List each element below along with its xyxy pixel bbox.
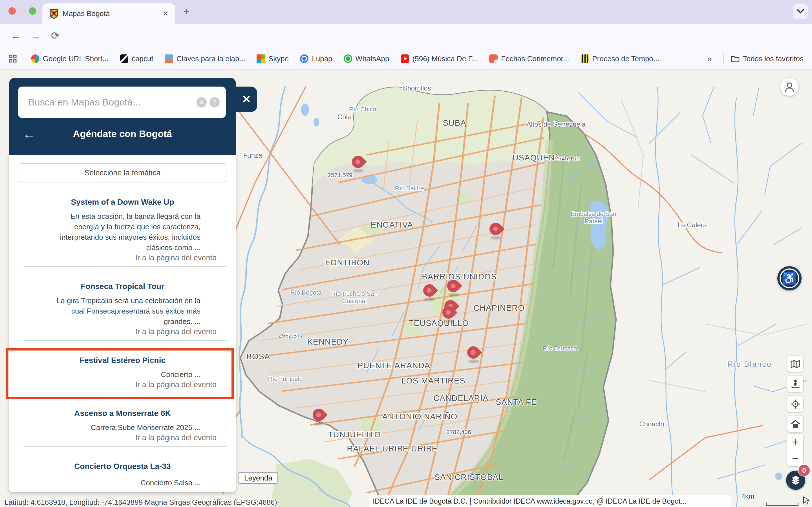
- bookmark-label: WhatsApp: [355, 54, 389, 63]
- back-button[interactable]: ←: [8, 28, 24, 44]
- map-label: Chorrillos: [402, 84, 431, 92]
- map-label: Río Teusacá: [543, 345, 577, 352]
- event-description: En esta ocasión, la banda llegará con la…: [44, 211, 200, 253]
- event-link[interactable]: Ir a la página del evento: [9, 253, 217, 262]
- bookmark-item[interactable]: WhatsApp: [344, 54, 389, 63]
- map-label: Río Salitre: [395, 185, 424, 192]
- map-label: CHAPINERO: [473, 303, 524, 313]
- bookmark-item[interactable]: Lupap: [300, 54, 332, 63]
- theme-select[interactable]: Seleccione la temática: [19, 163, 226, 182]
- all-favorites[interactable]: Todos los favoritos: [731, 54, 804, 63]
- event-card: Concierto Orquesta La-33 Concierto Salsa…: [9, 462, 236, 488]
- event-card: Ascenso a Monserrate 6K Carrera Sube Mon…: [9, 409, 236, 442]
- tab-title: Mapas Bogotá: [63, 9, 161, 18]
- bookmark-favicon: [120, 54, 128, 63]
- window-zoom-button[interactable]: [29, 7, 36, 15]
- bookmark-items: Google URL Short... capcut Claves para l…: [31, 54, 659, 63]
- home-button[interactable]: [787, 416, 803, 432]
- bookmark-label: (596) Música De F...: [412, 54, 478, 63]
- divider: [23, 340, 227, 341]
- map-label: 2571,579: [328, 172, 352, 178]
- home-icon: [791, 419, 800, 429]
- bookmark-label: Proceso de Tempo...: [592, 54, 659, 63]
- map-label: BOSA: [246, 352, 270, 361]
- event-title[interactable]: Concierto Orquesta La-33: [9, 462, 236, 471]
- plus-icon: +: [792, 436, 799, 448]
- panel-title-row: ← Agéndate con Bogotá: [9, 128, 236, 139]
- apps-grid-icon[interactable]: [8, 54, 17, 63]
- event-description: Concierto Salsa ...: [44, 478, 200, 488]
- zoom-out-button[interactable]: −: [787, 450, 803, 466]
- screen: ChorrillosRío ChicúCotaSUBAAltos de Serr…: [0, 0, 812, 507]
- bookmark-favicon: [489, 54, 498, 63]
- divider: [23, 266, 227, 267]
- tab-close-icon[interactable]: ✕: [161, 9, 170, 19]
- window-close-button[interactable]: [8, 7, 16, 15]
- map-label: 2945,155: [555, 155, 580, 162]
- map-label: Río Bogotá: [290, 289, 322, 296]
- person-icon: [784, 81, 795, 93]
- map-label: 2782,436: [446, 429, 471, 435]
- bookmark-favicon: [300, 54, 308, 63]
- bookmark-item[interactable]: Google URL Short...: [31, 54, 109, 63]
- map-label: Río Blanco: [728, 360, 772, 369]
- pin-shadow-icon: [353, 169, 364, 172]
- bookmark-label: Skype: [269, 54, 289, 63]
- tab-strip: Mapas Bogotá ✕ +: [0, 0, 812, 24]
- panel-close-tab[interactable]: ✕: [236, 87, 257, 112]
- window-minimize-button[interactable]: [19, 7, 26, 15]
- tab-search-button[interactable]: [793, 4, 808, 19]
- search-box: ✕ ?: [18, 87, 226, 118]
- new-tab-button[interactable]: +: [180, 6, 193, 18]
- map-label: LOS MARTIRES: [401, 376, 465, 386]
- bookmarks-divider: [24, 53, 24, 64]
- zoom-in-button[interactable]: +: [787, 434, 803, 450]
- locate-button[interactable]: [787, 396, 803, 412]
- scale-line: [766, 503, 799, 506]
- event-title[interactable]: Fonseca Tropical Tour: [9, 282, 236, 291]
- bookmark-favicon: [256, 54, 265, 63]
- bookmark-item[interactable]: capcut: [120, 54, 153, 63]
- event-card: Fonseca Tropical Tour La gira Tropicalia…: [9, 282, 236, 336]
- events-panel: Seleccione la temática System of a Down …: [9, 155, 236, 492]
- reload-button[interactable]: ⟳: [47, 28, 63, 44]
- zoom-controls: + −: [787, 434, 803, 466]
- legend-button[interactable]: Leyenda: [238, 472, 278, 484]
- map-label: TEUSAQUILLO: [409, 319, 469, 328]
- account-button[interactable]: [780, 78, 799, 96]
- event-description: La gira Tropicalia será una celebración …: [44, 295, 200, 327]
- event-title[interactable]: Ascenso a Monserrate 6K: [9, 409, 236, 418]
- event-title[interactable]: System of a Down Wake Up: [9, 198, 236, 207]
- clear-search-icon[interactable]: ✕: [196, 97, 207, 107]
- help-icon[interactable]: ?: [210, 97, 220, 107]
- map-label: KENNEDY: [307, 337, 348, 347]
- bookmark-favicon: [31, 54, 40, 63]
- bookmark-favicon: [581, 54, 589, 63]
- bookmarks-overflow-icon[interactable]: »: [707, 54, 712, 63]
- layers-badge: 0: [798, 464, 810, 476]
- streetview-button[interactable]: [787, 376, 803, 392]
- map-icon: [791, 360, 800, 368]
- forward-button[interactable]: →: [27, 28, 44, 44]
- scale-label: 4km: [742, 492, 754, 500]
- map-label: USAQUEN: [513, 153, 555, 162]
- map-label: Río Chicú: [349, 106, 376, 113]
- bookmark-item[interactable]: Skype: [256, 54, 289, 63]
- pin-shadow-icon: [468, 360, 479, 363]
- back-arrow-icon[interactable]: ←: [23, 127, 36, 140]
- map-label: CANDELARIA: [433, 394, 488, 403]
- browser-tab[interactable]: Mapas Bogotá ✕: [42, 3, 175, 24]
- map-label: RAFAEL URIBE URIBE: [347, 444, 438, 453]
- bookmark-item[interactable]: (596) Música De F...: [401, 54, 478, 63]
- all-favorites-label: Todos los favoritos: [743, 54, 804, 63]
- accessibility-button[interactable]: ♿: [777, 266, 802, 290]
- bookmark-item[interactable]: Proceso de Tempo...: [581, 54, 659, 63]
- event-link[interactable]: Ir a la página del evento: [9, 327, 217, 336]
- map-label: Altos de Serrezuela: [526, 120, 585, 128]
- basemap-button[interactable]: [787, 356, 803, 372]
- search-input[interactable]: [28, 97, 196, 108]
- bookmark-item[interactable]: Claves para la elab...: [165, 54, 245, 63]
- event-link[interactable]: Ir a la página del evento: [9, 434, 217, 442]
- bookmark-item[interactable]: Fechas Conmemor...: [489, 54, 569, 63]
- cursor-icon: [802, 496, 810, 506]
